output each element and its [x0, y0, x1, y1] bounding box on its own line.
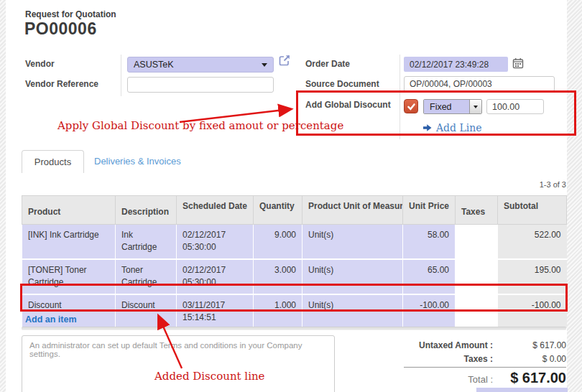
column-header-description[interactable]: Description — [116, 196, 177, 225]
column-header-quantity[interactable]: Quantity — [254, 196, 302, 225]
order-line-row[interactable]: [INK] Ink CartridgeInk Cartridge02/12/20… — [22, 225, 567, 259]
column-header-uom[interactable]: Product Unit of Measure — [302, 196, 403, 225]
order-date-label: Order Date — [305, 59, 350, 69]
order-lines-table: ProductDescriptionScheduled DateQuantity… — [22, 195, 567, 330]
left-background-stripe — [0, 0, 6, 392]
cell-subtotal: -100.00 — [498, 294, 567, 330]
column-header-scheduled_date[interactable]: Scheduled Date — [177, 196, 254, 225]
annotation-discount-note: Apply Global Discount by fixed amout or … — [57, 119, 343, 132]
right-background-stripe — [567, 0, 582, 392]
taxes-value: $ 0.00 — [493, 354, 566, 364]
untaxed-amount-row: Untaxed Amount : $ 617.00 — [374, 340, 566, 350]
column-header-subtotal[interactable]: Subtotal — [498, 196, 567, 225]
total-value: $ 617.00 — [474, 370, 566, 386]
taxes-row: Taxes : $ 0.00 — [374, 354, 566, 364]
cell-uom: Unit(s) — [302, 259, 403, 294]
table-header-row: ProductDescriptionScheduled DateQuantity… — [22, 196, 567, 225]
discount-type-select[interactable]: Fixed — [423, 99, 482, 114]
cell-subtotal: 195.00 — [498, 259, 567, 294]
source-document-label: Source Document — [305, 79, 379, 89]
column-header-taxes[interactable]: Taxes — [456, 196, 498, 225]
cell-uom: Unit(s) — [302, 294, 403, 330]
discount-type-value: Fixed — [424, 100, 469, 113]
cell-unit_price: 65.00 — [403, 259, 456, 294]
total-field-highlight — [476, 388, 568, 392]
select-dropdown-button — [469, 100, 481, 113]
page-title: PO00006 — [24, 19, 97, 39]
cell-scheduled_date: 02/12/2017 05:30:00 — [177, 225, 254, 259]
column-header-unit_price[interactable]: Unit Price — [403, 196, 456, 225]
cell-taxes — [456, 225, 498, 259]
vendor-select[interactable]: ASUSTeK — [127, 57, 274, 73]
cell-description: Toner Cartridge — [116, 259, 177, 294]
checkmark-icon — [407, 102, 416, 111]
vendor-reference-label: Vendor Reference — [25, 79, 98, 89]
arrow-right-icon — [423, 123, 432, 132]
order-date-value: 02/12/2017 23:49:28 — [410, 60, 489, 70]
cell-scheduled_date: 03/11/2017 15:14:51 — [177, 294, 254, 330]
tab-products[interactable]: Products — [22, 150, 84, 173]
vendor-reference-input[interactable] — [127, 77, 274, 93]
cell-quantity: 9.000 — [254, 225, 302, 259]
cell-product: [TONER] Toner Cartridge — [22, 259, 116, 294]
add-an-item-link[interactable]: Add an item — [25, 314, 77, 325]
source-document-input[interactable] — [404, 76, 555, 92]
cell-scheduled_date: 02/12/2017 05:30:00 — [177, 259, 254, 294]
pager[interactable]: 1-3 of 3 — [494, 180, 566, 189]
cell-description: Discount — [116, 294, 177, 330]
cell-unit_price: 58.00 — [403, 225, 456, 259]
order-line-row[interactable]: [TONER] Toner CartridgeToner Cartridge02… — [22, 259, 567, 294]
global-discount-checkbox[interactable] — [404, 99, 418, 113]
cell-quantity: 1.000 — [254, 294, 302, 330]
global-discount-label: Add Global Disocunt — [305, 100, 391, 110]
order-date-field[interactable]: 02/12/2017 23:49:28 — [404, 57, 508, 72]
cell-taxes — [456, 294, 498, 330]
cell-unit_price: -100.00 — [403, 294, 456, 330]
terms-conditions-field[interactable]: An administrator can set up default Term… — [22, 335, 335, 392]
cell-description: Ink Cartridge — [116, 225, 177, 259]
cell-product: [INK] Ink Cartridge — [22, 225, 116, 259]
breadcrumb: Request for Quotation — [25, 9, 116, 19]
taxes-label: Taxes : — [374, 354, 493, 364]
cell-taxes — [456, 259, 498, 294]
cell-uom: Unit(s) — [302, 225, 403, 259]
column-header-product[interactable]: Product — [22, 196, 116, 225]
order-line-row[interactable]: DiscountDiscount03/11/2017 15:14:511.000… — [22, 294, 567, 330]
add-line-button[interactable]: Add Line — [423, 122, 482, 134]
vendor-select-value: ASUSTeK — [134, 60, 174, 70]
order-lines-body: [INK] Ink CartridgeInk Cartridge02/12/20… — [22, 225, 567, 330]
left-group-divider — [121, 55, 121, 96]
external-link-icon[interactable] — [278, 54, 291, 70]
cell-subtotal: 522.00 — [498, 225, 567, 259]
purchase-order-form: Request for Quotation PO00006 Vendor Ven… — [0, 0, 582, 392]
right-group-divider — [399, 55, 400, 139]
cell-quantity: 3.000 — [254, 259, 302, 294]
tab-deliveries-invoices[interactable]: Deliveries & Invoices — [94, 156, 181, 167]
sheet-separator — [22, 327, 566, 330]
discount-amount-input[interactable] — [486, 99, 544, 114]
terms-placeholder-text: An administrator can set up default Term… — [29, 341, 302, 358]
vendor-label: Vendor — [25, 59, 55, 69]
untaxed-amount-label: Untaxed Amount : — [374, 340, 493, 350]
calendar-icon[interactable] — [512, 57, 524, 72]
chevron-down-icon — [262, 63, 267, 67]
add-line-label: Add Line — [436, 122, 482, 134]
untaxed-amount-value: $ 617.00 — [493, 340, 566, 350]
totals-divider — [404, 367, 566, 368]
